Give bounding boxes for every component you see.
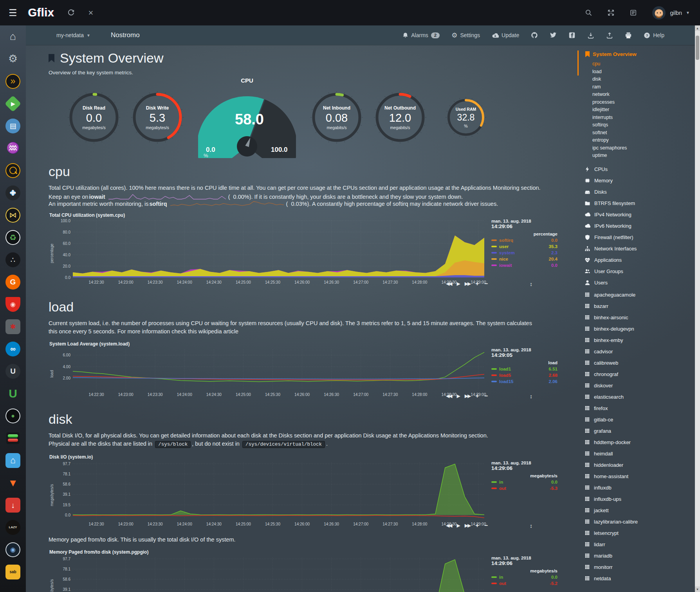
print-icon[interactable] (625, 32, 632, 39)
nextcloud-icon[interactable]: ∞ (0, 338, 26, 360)
menu-section-applications[interactable]: Applications (578, 254, 693, 266)
user-menu[interactable]: gilbn ▼ (652, 6, 690, 20)
menu-app-heimdall[interactable]: heimdall (578, 448, 693, 459)
menu-app-jackett[interactable]: jackett (578, 505, 693, 516)
home-assistant-icon[interactable]: ⌂ (0, 449, 26, 471)
play-button[interactable]: ▶ (457, 393, 460, 399)
segmented-orb-icon[interactable]: ✚ (0, 182, 26, 204)
facebook-icon[interactable] (568, 32, 576, 39)
import-snapshot-icon[interactable] (587, 32, 594, 39)
iowait-sparkline[interactable] (108, 194, 226, 200)
menu-app-calibreweb[interactable]: calibreweb (578, 357, 693, 369)
menu-section-network-interfaces[interactable]: Network Interfaces (578, 243, 693, 254)
news-icon[interactable] (630, 9, 637, 16)
pan-forward-button[interactable]: ▶▶ (465, 393, 470, 399)
pan-backward-button[interactable]: ◀◀ (446, 393, 451, 399)
menu-app-lidarr[interactable]: lidarr (578, 539, 693, 550)
menu-section-cpus[interactable]: CPUs (578, 164, 693, 175)
update-button[interactable]: Update (492, 32, 519, 38)
chart-plot[interactable]: 0.020.040.060.080.0100.014:22:3014:23:00… (55, 219, 487, 288)
gitlab-fox-icon[interactable]: ▼ (0, 471, 26, 494)
softirq-sparkline[interactable] (170, 201, 284, 207)
menu-app-monitorr[interactable]: monitorr (578, 561, 693, 573)
shield-badge-icon[interactable]: ◉ (0, 293, 26, 315)
legend-row[interactable]: in0.0 (491, 479, 557, 485)
legend-row[interactable]: out-5.3 (491, 485, 557, 491)
menu-item-interrupts[interactable]: interrupts (592, 114, 693, 122)
menu-app-chronograf[interactable]: chronograf (578, 369, 693, 380)
chart-resize-handle[interactable]: ↕ (530, 393, 532, 399)
menu-app-influxdb[interactable]: influxdb (578, 482, 693, 493)
chart-controls[interactable]: ◀◀▶▶▶+− (446, 392, 488, 399)
droplet-badge-icon[interactable]: ◉ (0, 538, 26, 561)
menu-app-influxdb-ups[interactable]: influxdb-ups (578, 493, 693, 505)
legend-row[interactable]: iowait0.0 (491, 262, 557, 268)
menu-app-netdata[interactable]: netdata (578, 573, 693, 584)
home-icon[interactable]: ⌂ (0, 25, 26, 48)
chart-resize-handle[interactable]: ↕ (530, 281, 532, 287)
menu-app-hddtemp-docker[interactable]: hddtemp-docker (578, 437, 693, 448)
export-snapshot-icon[interactable] (606, 32, 613, 39)
search-icon[interactable] (585, 9, 592, 16)
menu-item-entropy[interactable]: entropy (592, 137, 693, 144)
menu-app-grafana[interactable]: grafana (578, 425, 693, 437)
pan-forward-button[interactable]: ▶▶ (465, 523, 470, 528)
menu-item-idlejitter[interactable]: idlejitter (592, 106, 693, 114)
zoom-out-button[interactable]: − (484, 522, 488, 529)
refresh-icon[interactable] (67, 9, 75, 16)
menu-app-elasticsearch[interactable]: elasticsearch (578, 391, 693, 403)
menu-app-mariadb[interactable]: mariadb (578, 550, 693, 561)
menu-item-processes[interactable]: processes (592, 99, 693, 106)
status-pills-icon[interactable] (0, 427, 26, 449)
gauge-cpu[interactable]: CPU58.00.0100.0% (198, 77, 296, 158)
legend-row[interactable]: load52.68 (491, 372, 557, 378)
gauge-net-inbound[interactable]: Net Inbound0.08megabits/s (309, 90, 364, 145)
gauge-disk-read[interactable]: Disk Read0.0megabytes/s (67, 90, 121, 145)
scroll-up-arrow[interactable]: ▲ (695, 25, 700, 31)
menu-app-firefox[interactable]: firefox (578, 403, 693, 414)
pan-backward-button[interactable]: ◀◀ (446, 523, 451, 528)
menu-item-ram[interactable]: ram (592, 83, 693, 91)
sab-icon[interactable]: sab (0, 561, 26, 583)
plex-chevron-icon[interactable]: » (0, 70, 26, 92)
menu-app-binhex-emby[interactable]: binhex-emby (578, 335, 693, 346)
menu-section-memory[interactable]: Memory (578, 175, 693, 186)
legend-row[interactable]: user35.3 (491, 243, 557, 250)
zoom-in-button[interactable]: + (475, 392, 479, 399)
scroll-down-arrow[interactable]: ▼ (695, 587, 700, 592)
menu-item-cpu[interactable]: cpu (592, 60, 693, 68)
menu-item-softnet[interactable]: softnet (592, 129, 693, 137)
node-graph-icon[interactable]: ∴ (0, 248, 26, 271)
menu-app-binhex-airsonic[interactable]: binhex-airsonic (578, 312, 693, 323)
pan-forward-button[interactable]: ▶▶ (465, 281, 470, 286)
berries-folder-icon[interactable]: ✱ (0, 315, 26, 338)
media-library-icon[interactable]: ▤ (0, 115, 26, 137)
splash-u-icon[interactable]: U (0, 360, 26, 382)
menu-section-user-groups[interactable]: User Groups (578, 266, 693, 277)
app-logo[interactable]: Gflix (28, 6, 54, 19)
legend-row[interactable]: softirq0.0 (491, 237, 557, 243)
menu-app-lazylibrarian-calibre[interactable]: lazylibrarian-calibre (578, 516, 693, 527)
gauge-net-outbound[interactable]: Net Outbound12.0megabits/s (373, 90, 428, 145)
magnifier-badge-icon[interactable] (0, 159, 26, 182)
chart-controls[interactable]: ◀◀▶▶▶+− (446, 280, 488, 287)
grafana-icon[interactable]: G (0, 271, 26, 293)
close-tab-icon[interactable]: × (88, 8, 93, 18)
chart-plot[interactable]: 2.004.006.0014:22:3014:23:0014:23:3014:2… (55, 347, 487, 400)
legend-row[interactable]: nice20.4 (491, 256, 557, 262)
menu-section-users[interactable]: Users (578, 277, 693, 288)
gear-icon[interactable]: ⚙ (0, 48, 26, 70)
twitter-icon[interactable] (550, 32, 557, 38)
menu-section-ipv4-networking[interactable]: IPv4 Networking (578, 209, 693, 220)
green-disc-icon[interactable]: ● (0, 405, 26, 427)
bowtie-badge-icon[interactable]: ⋈ (0, 204, 26, 226)
zoom-out-button[interactable]: − (484, 392, 488, 399)
waveform-icon[interactable]: ♒ (0, 137, 26, 159)
menu-app-apacheguacamole[interactable]: apacheguacamole (578, 289, 693, 300)
menu-app-cadvisor[interactable]: cadvisor (578, 346, 693, 357)
settings-button[interactable]: ⚙ Settings (451, 31, 480, 40)
chart-plot[interactable]: 0.019.539.158.678.197.714:22:3014:23:001… (55, 461, 487, 529)
play-button[interactable]: ▶ (457, 281, 460, 286)
menu-item-ipc-semaphores[interactable]: ipc semaphores (592, 144, 693, 152)
menu-section-firewall-netfilter-[interactable]: Firewall (netfilter) (578, 232, 693, 243)
